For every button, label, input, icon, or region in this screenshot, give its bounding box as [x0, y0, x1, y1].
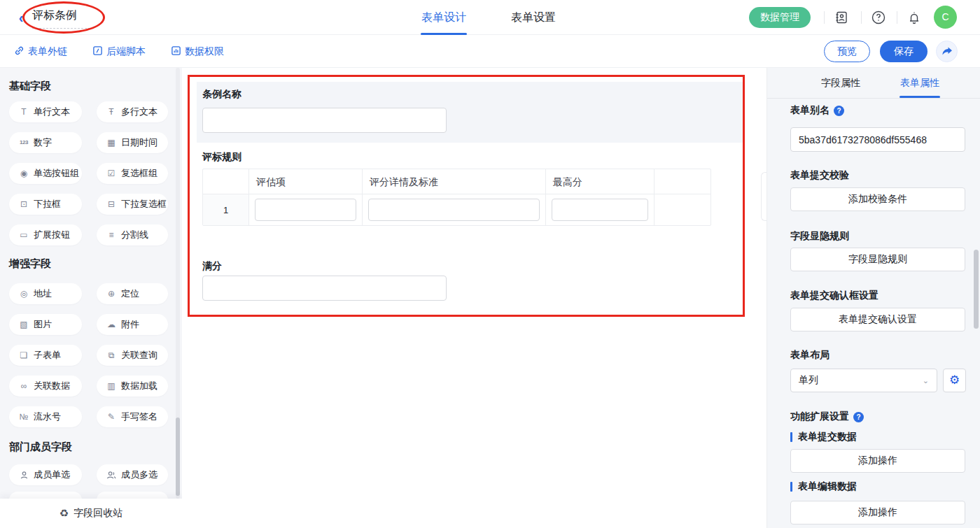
sidebar-item-signature[interactable]: ✎手写签名 — [97, 406, 168, 427]
visibility-rule-button[interactable]: 字段显隐规则 — [790, 248, 965, 271]
link-icon — [14, 45, 24, 58]
query-icon: ⧉ — [106, 351, 117, 359]
serial-icon: № — [18, 413, 29, 421]
dropdown-icon: ⊡ — [18, 200, 29, 208]
panel-scrollbar-thumb[interactable] — [974, 250, 979, 329]
sidebar-item-location[interactable]: ⊕定位 — [97, 283, 168, 304]
gear-icon: ⚙ — [949, 373, 960, 387]
sidebar-item-address[interactable]: ◎地址 — [9, 283, 82, 304]
subform-icon: ❏ — [18, 351, 29, 359]
field-library-sidebar: 基础字段 T单行文本 Ŧ多行文本 123数字 ▦日期时间 ◉单选按钮组 ☑复选框… — [0, 68, 182, 528]
sidebar-item-related-data[interactable]: ∞关联数据 — [9, 376, 82, 397]
group-accent-bar — [790, 432, 792, 442]
checkbox-icon: ☑ — [106, 169, 117, 178]
regulation-name-input[interactable] — [202, 108, 447, 133]
number-icon: 123 — [18, 140, 29, 145]
sidebar-item-subform[interactable]: ❏子表单 — [9, 345, 82, 366]
recycle-icon: ♻ — [59, 507, 69, 520]
radio-icon: ◉ — [18, 169, 29, 178]
alias-help-icon[interactable]: ? — [834, 106, 844, 116]
sidebar-item-checkbox-group[interactable]: ☑复选框组 — [97, 163, 168, 184]
submit-check-label: 表单提交校验 — [790, 169, 849, 182]
image-icon: ▧ — [18, 320, 29, 329]
chart-icon: ▥ — [106, 382, 117, 390]
sidebar-item-multi-line-text[interactable]: Ŧ多行文本 — [97, 101, 168, 122]
edit-data-add-action-button[interactable]: 添加操作 — [790, 501, 965, 525]
sidebar-item-number[interactable]: 123数字 — [9, 132, 82, 153]
section-title-member-fields: 部门成员字段 — [9, 441, 72, 454]
sidebar-item-multi-dropdown[interactable]: ⊟下拉复选框 — [97, 194, 168, 215]
tab-field-properties[interactable]: 字段属性 — [818, 68, 864, 98]
score-detail-input[interactable] — [368, 199, 540, 221]
permission-icon — [171, 45, 181, 58]
sidebar-item-extend-button[interactable]: ▭扩展按钮 — [9, 224, 82, 245]
add-check-condition-button[interactable]: 添加校验条件 — [790, 187, 965, 211]
target-icon: ⊕ — [106, 290, 117, 298]
sidebar-scrollbar-thumb[interactable] — [176, 418, 180, 496]
sidebar-item-member-multi[interactable]: 成员多选 — [97, 464, 168, 485]
sidebar-item-radio-group[interactable]: ◉单选按钮组 — [9, 163, 82, 184]
submit-data-add-action-button[interactable]: 添加操作 — [790, 449, 965, 473]
help-icon[interactable] — [871, 10, 886, 25]
save-button[interactable]: 保存 — [880, 41, 927, 62]
sidebar-item-attachment[interactable]: ☁附件 — [97, 314, 168, 335]
visibility-rule-label: 字段显隐规则 — [790, 230, 849, 243]
preview-button[interactable]: 预览 — [824, 41, 870, 62]
edit-data-group-label: 表单编辑数据 — [790, 480, 857, 493]
tab-form-settings[interactable]: 表单设置 — [508, 0, 559, 35]
submit-confirm-label: 表单提交确认框设置 — [790, 290, 878, 302]
properties-panel: 字段属性 表单属性 表单别名 ? 表单提交校验 添加校验条件 字段显隐规则 字段… — [766, 68, 980, 528]
sidebar-item-single-line-text[interactable]: T单行文本 — [9, 101, 82, 122]
script-icon — [92, 45, 103, 58]
sidebar-item-dropdown[interactable]: ⊡下拉框 — [9, 194, 82, 215]
backend-script-link[interactable]: 后端脚本 — [92, 45, 146, 58]
multiline-icon: Ŧ — [106, 108, 117, 116]
field-label-full-score: 满分 — [202, 260, 222, 273]
table-cell — [363, 194, 546, 225]
bid-rules-table: 评估项 评分详情及标准 最高分 1 — [202, 169, 711, 226]
avatar[interactable]: C — [934, 6, 957, 29]
share-arrow-icon — [941, 47, 953, 57]
section-title-basic-fields: 基础字段 — [9, 80, 51, 93]
form-toolbar: 表单外链 后端脚本 数据权限 — [0, 35, 980, 68]
full-score-input[interactable] — [202, 276, 447, 301]
calendar-icon: ▦ — [106, 138, 117, 147]
sidebar-item-image[interactable]: ▧图片 — [9, 314, 82, 335]
max-score-input[interactable] — [552, 199, 648, 221]
submit-data-group-label: 表单提交数据 — [790, 431, 857, 443]
form-layout-select[interactable]: 单列 ⌄ — [790, 369, 937, 392]
tab-form-design[interactable]: 表单设计 — [419, 0, 469, 35]
form-external-link[interactable]: 表单外链 — [14, 45, 67, 58]
table-header-extra — [654, 169, 710, 194]
page-title[interactable]: 评标条例 — [32, 8, 94, 29]
sidebar-item-data-load[interactable]: ▥数据加载 — [97, 376, 168, 397]
layout-gear-button[interactable]: ⚙ — [943, 369, 966, 392]
field-recycle-bin[interactable]: ♻ 字段回收站 — [0, 499, 182, 528]
enhanced-fields-grid: ◎地址 ⊕定位 ▧图片 ☁附件 ❏子表单 ⧉关联查询 ∞关联数据 ▥数据加载 №… — [9, 283, 168, 427]
share-button[interactable] — [936, 41, 958, 62]
sidebar-item-serial-number[interactable]: №流水号 — [9, 406, 82, 427]
sidebar-item-divider-line[interactable]: ≡分割线 — [97, 224, 168, 245]
form-canvas: 条例名称 评标规则 评估项 评分详情及标准 最高分 1 满分 — [182, 68, 766, 528]
member-fields-grid: 成员单选 成员多选 — [9, 464, 168, 485]
tab-form-properties[interactable]: 表单属性 — [897, 68, 943, 98]
form-alias-input[interactable] — [790, 127, 965, 152]
sidebar-item-related-query[interactable]: ⧉关联查询 — [97, 345, 168, 366]
address-book-icon[interactable] — [834, 10, 850, 25]
link-data-icon: ∞ — [18, 382, 29, 390]
evaluation-item-input[interactable] — [255, 199, 356, 221]
data-manage-button[interactable]: 数据管理 — [749, 7, 811, 28]
bell-icon[interactable] — [907, 10, 923, 25]
header-divider — [897, 11, 897, 24]
sidebar-item-datetime[interactable]: ▦日期时间 — [97, 132, 168, 153]
person-icon — [18, 471, 29, 480]
data-permission-link[interactable]: 数据权限 — [171, 45, 224, 58]
extension-help-icon[interactable]: ? — [853, 412, 864, 422]
back-button[interactable]: ‹ — [14, 9, 28, 26]
sidebar-item-member-single[interactable]: 成员单选 — [9, 464, 82, 485]
table-header-max-score: 最高分 — [546, 169, 654, 194]
table-header-index — [203, 169, 249, 194]
multi-dropdown-icon: ⊟ — [106, 200, 117, 208]
submit-confirm-button[interactable]: 表单提交确认设置 — [790, 308, 965, 331]
people-icon — [106, 471, 117, 480]
